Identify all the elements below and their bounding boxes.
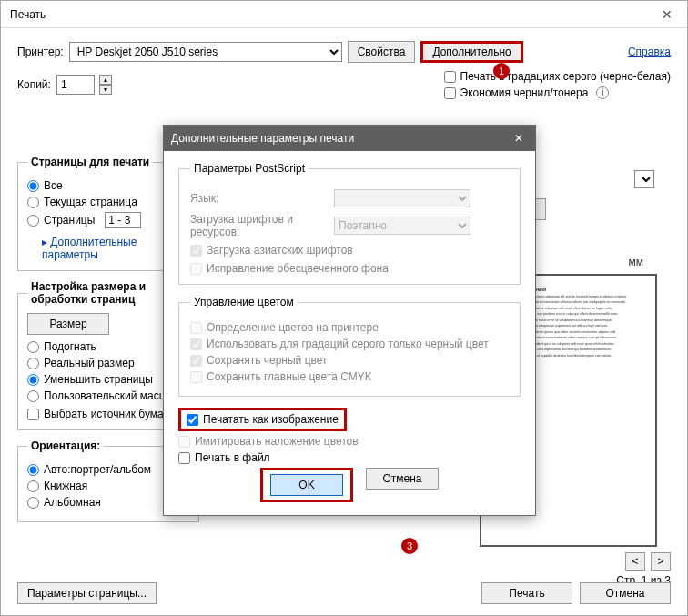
printer-row: Принтер: HP Deskjet 2050 J510 series Сво…	[17, 41, 671, 63]
radio-current[interactable]	[27, 197, 39, 208]
size-button[interactable]: Размер	[27, 313, 109, 335]
tofile-label: Печать в файл	[195, 451, 270, 464]
saveink-label: Экономия чернил/тонера	[460, 86, 589, 99]
radio-custom[interactable]	[27, 390, 39, 402]
radio-portrait[interactable]	[27, 480, 39, 492]
modal-titlebar: Дополнительные параметры печати ✕	[164, 126, 535, 151]
print-button[interactable]: Печать	[481, 582, 572, 604]
properties-button[interactable]: Свойства	[348, 41, 416, 63]
radio-auto[interactable]	[27, 464, 39, 476]
label-all: Все	[44, 179, 63, 192]
pages-legend: Страницы для печати	[27, 156, 153, 168]
modal-body: Параметры PostScript Язык: Загрузка шриф…	[164, 151, 535, 515]
info-icon[interactable]: i	[596, 86, 609, 99]
preview-controls: < >	[480, 552, 671, 571]
badge-3: 3	[401, 538, 418, 554]
print-as-image-checkbox[interactable]	[187, 414, 198, 426]
label-current: Текущая страница	[44, 196, 137, 208]
radio-range[interactable]	[27, 215, 39, 227]
detect-checkbox	[190, 322, 202, 334]
badge-1: 1	[493, 63, 510, 79]
postscript-group: Параметры PostScript Язык: Загрузка шриф…	[178, 162, 521, 285]
advanced-print-dialog: Дополнительные параметры печати ✕ Параме…	[163, 125, 536, 516]
print-as-image-row[interactable]: Печатать как изображение	[178, 408, 347, 431]
printer-label: Принтер:	[17, 45, 64, 58]
simulate-checkbox	[178, 436, 190, 448]
print-dialog: Печать ✕ Принтер: HP Deskjet 2050 J510 s…	[0, 0, 688, 616]
radio-actual[interactable]	[27, 358, 39, 369]
saveink-option[interactable]: Экономия чернил/тонера i	[444, 86, 671, 99]
cmyk-checkbox	[190, 371, 202, 383]
range-input[interactable]	[105, 212, 141, 228]
close-icon[interactable]: ✕	[656, 1, 678, 28]
copies-input[interactable]	[56, 75, 95, 95]
preview-units-select[interactable]	[634, 170, 654, 188]
detect-label: Определение цветов на принтере	[207, 321, 379, 334]
lang-select	[334, 189, 470, 207]
ps-legend: Параметры PostScript	[190, 162, 309, 175]
advanced-button[interactable]: Дополнительно	[420, 41, 522, 63]
bgfix-label: Исправление обесцвеченного фона	[207, 262, 389, 275]
saveink-checkbox[interactable]	[444, 87, 456, 99]
modal-buttons: OK Отмена	[178, 468, 521, 502]
source-checkbox[interactable]	[27, 409, 39, 420]
page-next-button[interactable]: >	[651, 552, 671, 571]
page-setup-button[interactable]: Параметры страницы...	[17, 582, 157, 604]
print-as-image-label: Печатать как изображение	[203, 413, 339, 426]
label-actual: Реальный размер	[44, 357, 135, 369]
copies-row: Копий: ▲ ▼ Печать в градациях серого (че…	[17, 70, 671, 99]
copies-up[interactable]: ▲	[99, 75, 112, 85]
fonts-select: Поэтапно	[334, 217, 470, 235]
label-source: Выбрать источник бумаги	[44, 408, 174, 420]
label-range: Страницы	[44, 214, 95, 227]
grayscale-label: Печать в градациях серого (черно-белая)	[460, 70, 671, 83]
label-fit: Подогнать	[44, 340, 96, 353]
copies-label: Копий:	[17, 78, 51, 91]
grayscale-checkbox[interactable]	[444, 71, 456, 83]
radio-landscape[interactable]	[27, 497, 39, 509]
modal-close-icon[interactable]: ✕	[510, 132, 528, 145]
help-link[interactable]: Справка	[628, 45, 671, 58]
label-auto: Авто:портрет/альбом	[44, 463, 151, 476]
grayblack-label: Использовать для градаций серого только …	[207, 338, 489, 350]
bgfix-checkbox	[190, 263, 202, 275]
copies-down[interactable]: ▼	[99, 85, 112, 95]
grayscale-option[interactable]: Печать в градациях серого (черно-белая)	[444, 70, 671, 83]
cmyk-label: Сохранить главные цвета CMYK	[207, 370, 372, 383]
orient-legend: Ориентация:	[27, 439, 104, 452]
page-prev-button[interactable]: <	[625, 552, 645, 571]
window-title: Печать	[10, 1, 46, 28]
radio-shrink[interactable]	[27, 374, 39, 386]
grayblack-checkbox	[190, 338, 202, 350]
ok-button[interactable]: OK	[270, 474, 343, 496]
bottom-bar: Параметры страницы... Печать Отмена	[17, 582, 671, 604]
lang-label: Язык:	[190, 192, 327, 205]
asian-label: Загрузка азиатских шрифтов	[207, 244, 353, 257]
asian-checkbox	[190, 245, 202, 257]
titlebar: Печать ✕	[1, 1, 687, 28]
color-group: Управление цветом Определение цветов на …	[178, 296, 521, 397]
copies-spinner: ▲ ▼	[99, 75, 112, 95]
color-legend: Управление цветом	[190, 296, 298, 308]
label-shrink: Уменьшить страницы	[44, 373, 153, 386]
label-landscape: Альбомная	[44, 496, 101, 509]
radio-all[interactable]	[27, 180, 39, 192]
main-cancel-button[interactable]: Отмена	[580, 582, 671, 604]
keepblack-label: Сохранять черный цвет	[207, 354, 328, 367]
radio-fit[interactable]	[27, 341, 39, 353]
keepblack-checkbox	[190, 355, 202, 367]
tofile-checkbox[interactable]	[178, 452, 190, 464]
label-portrait: Книжная	[44, 480, 87, 492]
fonts-label: Загрузка шрифтов и ресурсов:	[190, 213, 327, 238]
printer-select[interactable]: HP Deskjet 2050 J510 series	[69, 42, 342, 62]
content: Принтер: HP Deskjet 2050 J510 series Сво…	[1, 28, 687, 119]
preview-units-row	[634, 170, 654, 188]
mm-label: мм	[629, 256, 644, 268]
modal-title: Дополнительные параметры печати	[171, 132, 354, 145]
simulate-label: Имитировать наложение цветов	[195, 435, 359, 448]
modal-cancel-button[interactable]: Отмена	[366, 468, 439, 490]
